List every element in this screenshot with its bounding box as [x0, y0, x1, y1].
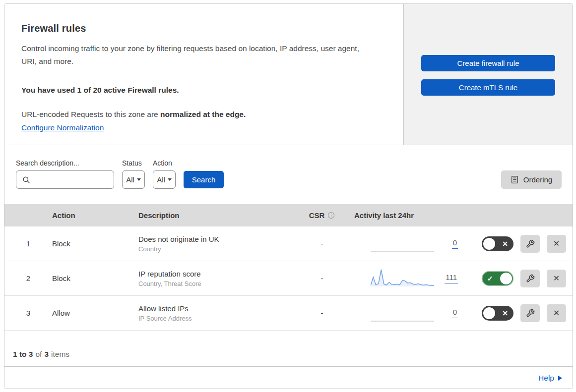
close-icon: ✕ — [553, 274, 560, 283]
rule-priority: 1 — [4, 239, 52, 248]
pagination-items: items — [51, 350, 69, 359]
rule-csr: - — [292, 274, 352, 282]
filter-controls: Search description... Status All Action … — [16, 159, 224, 189]
normalization-bold: normalized at the edge. — [160, 110, 246, 118]
rule-description-cell: Does not originate in UK Country — [138, 235, 292, 253]
close-icon: ✕ — [553, 239, 560, 248]
help-bar: Help — [4, 367, 573, 389]
rule-controls: ✓ ✕ — [466, 270, 573, 287]
search-icon — [22, 176, 30, 184]
status-dropdown[interactable]: All — [122, 170, 145, 189]
rule-priority: 3 — [4, 309, 52, 317]
toggle-knob — [483, 307, 495, 319]
rule-description[interactable]: Does not originate in UK — [138, 235, 292, 243]
rule-action: Allow — [52, 309, 138, 317]
action-dropdown-value: All — [157, 175, 165, 184]
help-arrow-icon — [558, 376, 562, 381]
table-header-row: Action Description CSR Activity last 24h… — [4, 204, 573, 226]
info-icon[interactable] — [327, 212, 335, 219]
wrench-icon — [526, 274, 535, 283]
search-input[interactable] — [34, 175, 109, 184]
toggle-state-icon: ✕ — [502, 309, 508, 317]
normalization-text: URL-encoded Requests to this zone are no… — [21, 110, 384, 119]
rule-fields: Country — [138, 245, 292, 253]
activity-count-link[interactable]: 0 — [452, 308, 458, 318]
actions-panel: Create firewall rule Create mTLS rule — [404, 4, 573, 145]
search-button[interactable]: Search — [184, 171, 224, 188]
action-label: Action — [153, 159, 176, 167]
rule-enabled-toggle[interactable]: ✕ — [482, 236, 513, 251]
activity-sparkline — [371, 267, 434, 290]
rule-action: Block — [52, 239, 138, 248]
edit-rule-button[interactable] — [520, 235, 540, 253]
rule-description[interactable]: IP reputation score — [138, 270, 292, 278]
rule-enabled-toggle[interactable]: ✕ — [482, 306, 513, 321]
ordering-icon — [511, 175, 519, 184]
table-row: 3 Allow Allow listed IPs IP Source Addre… — [4, 296, 573, 331]
rule-activity-cell: 111 — [352, 261, 466, 295]
filter-bar: Search description... Status All Action … — [4, 145, 573, 204]
configure-normalization-link[interactable]: Configure Normalization — [21, 123, 104, 132]
page-description: Control incoming traffic to your zone by… — [21, 42, 371, 68]
ordering-button[interactable]: Ordering — [501, 170, 562, 189]
rule-csr: - — [292, 239, 352, 248]
intro-section: Firewall rules Control incoming traffic … — [4, 4, 573, 145]
table-row: 1 Block Does not originate in UK Country… — [4, 226, 573, 261]
status-field: Status All — [122, 159, 145, 189]
rule-action: Block — [52, 274, 138, 282]
ordering-button-label: Ordering — [523, 175, 552, 184]
pagination-status: 1 to 3 of 3 items — [4, 331, 573, 367]
csr-label: CSR — [309, 211, 325, 220]
close-icon: ✕ — [553, 308, 560, 318]
column-header-action: Action — [52, 211, 138, 220]
search-input-box[interactable] — [16, 170, 114, 189]
delete-rule-button[interactable]: ✕ — [547, 304, 566, 322]
toggle-state-icon: ✓ — [487, 274, 493, 282]
search-label: Search description... — [16, 159, 114, 167]
rule-fields: Country, Threat Score — [138, 280, 292, 287]
caret-down-icon — [137, 178, 141, 181]
create-firewall-rule-button[interactable]: Create firewall rule — [421, 55, 555, 71]
firewall-rules-page: Firewall rules Control incoming traffic … — [4, 3, 573, 389]
table-row: 2 Block IP reputation score Country, Thr… — [4, 261, 573, 296]
help-link[interactable]: Help — [538, 374, 562, 383]
rule-description[interactable]: Allow listed IPs — [138, 304, 292, 313]
rule-activity-cell: 0 — [352, 296, 466, 330]
toggle-state-icon: ✕ — [502, 239, 508, 247]
activity-sparkline — [371, 232, 434, 255]
toggle-knob — [483, 238, 495, 250]
usage-text: You have used 1 of 20 active Firewall ru… — [21, 86, 384, 95]
action-dropdown[interactable]: All — [153, 170, 176, 189]
wrench-icon — [526, 239, 535, 248]
rule-description-cell: Allow listed IPs IP Source Address — [138, 304, 292, 322]
page-title: Firewall rules — [21, 23, 384, 34]
caret-down-icon — [168, 178, 172, 181]
column-header-activity: Activity last 24hr — [352, 211, 466, 220]
rule-controls: ✕ ✕ — [466, 304, 573, 322]
edit-rule-button[interactable] — [520, 304, 540, 322]
column-header-description: Description — [138, 211, 292, 220]
rule-enabled-toggle[interactable]: ✓ — [482, 271, 513, 286]
status-label: Status — [122, 159, 145, 167]
pagination-total: 3 — [44, 350, 49, 359]
delete-rule-button[interactable]: ✕ — [547, 235, 566, 253]
rule-description-cell: IP reputation score Country, Threat Scor… — [138, 270, 292, 287]
action-field: Action All — [153, 159, 176, 189]
wrench-icon — [526, 309, 535, 318]
edit-rule-button[interactable] — [520, 270, 540, 287]
rule-csr: - — [292, 309, 352, 317]
status-dropdown-value: All — [126, 175, 134, 184]
create-mtls-rule-button[interactable]: Create mTLS rule — [421, 79, 555, 96]
activity-count-link[interactable]: 111 — [445, 273, 458, 283]
help-label: Help — [538, 374, 554, 383]
search-field: Search description... — [16, 159, 114, 189]
normalization-prefix: URL-encoded Requests to this zone are — [21, 110, 160, 118]
pagination-of: of — [35, 350, 42, 359]
activity-count-link[interactable]: 0 — [452, 238, 458, 249]
intro-card: Firewall rules Control incoming traffic … — [4, 4, 404, 145]
activity-sparkline — [371, 302, 434, 325]
rule-fields: IP Source Address — [138, 315, 292, 322]
delete-rule-button[interactable]: ✕ — [547, 270, 566, 287]
rule-controls: ✕ ✕ — [466, 235, 573, 253]
rules-table: Action Description CSR Activity last 24h… — [4, 204, 573, 331]
